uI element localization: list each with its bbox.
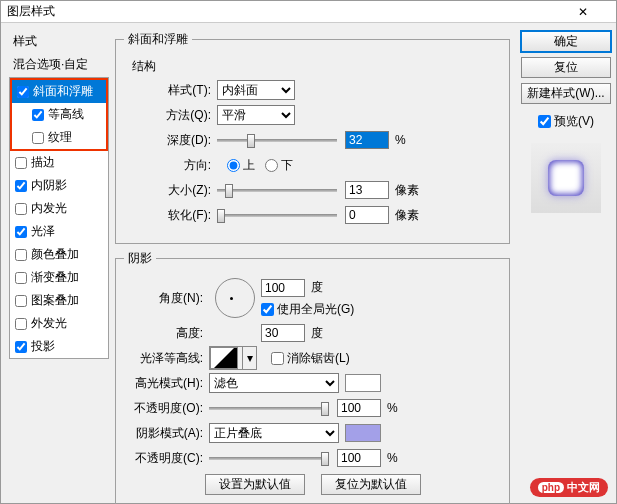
- style-item-color-overlay[interactable]: 颜色叠加: [10, 243, 108, 266]
- slider-highlight-opacity[interactable]: [209, 407, 329, 410]
- input-highlight-opacity[interactable]: [337, 399, 381, 417]
- ok-button[interactable]: 确定: [521, 31, 611, 52]
- style-item-inner-shadow[interactable]: 内阴影: [10, 174, 108, 197]
- content: 样式 混合选项·自定 斜面和浮雕 等高线 纹理: [1, 23, 616, 503]
- radio-down[interactable]: [265, 159, 278, 172]
- highlight-color-swatch[interactable]: [345, 374, 381, 392]
- checkbox-preview[interactable]: [538, 115, 551, 128]
- slider-depth[interactable]: [217, 139, 337, 142]
- slider-thumb[interactable]: [217, 209, 225, 223]
- select-method[interactable]: 平滑: [217, 105, 295, 125]
- checkbox-gradient-overlay[interactable]: [15, 272, 27, 284]
- slider-thumb[interactable]: [321, 452, 329, 466]
- checkbox-drop-shadow[interactable]: [15, 341, 27, 353]
- input-size[interactable]: [345, 181, 389, 199]
- preview-box: [531, 143, 601, 213]
- set-default-button[interactable]: 设置为默认值: [205, 474, 305, 495]
- style-item-drop-shadow[interactable]: 投影: [10, 335, 108, 358]
- close-button[interactable]: ✕: [578, 1, 616, 23]
- label-style: 样式(T):: [132, 82, 217, 99]
- checkbox-satin[interactable]: [15, 226, 27, 238]
- checkbox-global-light[interactable]: [261, 303, 274, 316]
- shading-fieldset: 阴影 角度(N): 度 使用全局光(G): [115, 250, 510, 504]
- select-shadow-mode[interactable]: 正片叠底: [209, 423, 339, 443]
- style-label: 描边: [31, 154, 55, 171]
- structure-group: 结构 样式(T): 内斜面 方法(Q): 平滑 深度(D): %: [132, 58, 501, 225]
- style-label: 光泽: [31, 223, 55, 240]
- new-style-button[interactable]: 新建样式(W)...: [521, 83, 611, 104]
- checkbox-contour[interactable]: [32, 109, 44, 121]
- unit-angle: 度: [311, 279, 323, 296]
- reset-default-button[interactable]: 复位为默认值: [321, 474, 421, 495]
- label-antialias: 消除锯齿(L): [287, 350, 350, 367]
- style-item-outer-glow[interactable]: 外发光: [10, 312, 108, 335]
- input-depth[interactable]: [345, 131, 389, 149]
- row-angle: 角度(N): 度 使用全局光(G): [124, 278, 501, 318]
- unit-size: 像素: [395, 182, 419, 199]
- label-highlight-mode: 高光模式(H):: [124, 375, 209, 392]
- checkbox-color-overlay[interactable]: [15, 249, 27, 261]
- unit-soften: 像素: [395, 207, 419, 224]
- sidebar-subheading: 混合选项·自定: [9, 54, 109, 77]
- watermark-php: php: [538, 482, 564, 493]
- select-highlight-mode[interactable]: 滤色: [209, 373, 339, 393]
- unit-depth: %: [395, 133, 406, 147]
- right-panel: 确定 复位 新建样式(W)... 预览(V): [516, 31, 616, 503]
- style-label: 斜面和浮雕: [33, 83, 93, 100]
- row-method: 方法(Q): 平滑: [132, 105, 501, 125]
- style-label: 外发光: [31, 315, 67, 332]
- row-shadow-opacity: 不透明度(C): %: [124, 448, 501, 468]
- select-style[interactable]: 内斜面: [217, 80, 295, 100]
- label-global-light: 使用全局光(G): [277, 301, 354, 318]
- gloss-contour-picker[interactable]: ▾: [209, 346, 257, 370]
- style-item-pattern-overlay[interactable]: 图案叠加: [10, 289, 108, 312]
- cancel-button[interactable]: 复位: [521, 57, 611, 78]
- input-altitude[interactable]: [261, 324, 305, 342]
- highlighted-group: 斜面和浮雕 等高线 纹理: [10, 78, 108, 151]
- radio-up[interactable]: [227, 159, 240, 172]
- slider-size[interactable]: [217, 189, 337, 192]
- radio-down-label: 下: [281, 157, 293, 174]
- titlebar: 图层样式 ✕: [1, 1, 616, 23]
- slider-thumb[interactable]: [321, 402, 329, 416]
- checkbox-texture[interactable]: [32, 132, 44, 144]
- dialog-window: 图层样式 ✕ 样式 混合选项·自定 斜面和浮雕 等高线: [0, 0, 617, 504]
- checkbox-stroke[interactable]: [15, 157, 27, 169]
- style-item-contour[interactable]: 等高线: [12, 103, 106, 126]
- label-depth: 深度(D):: [132, 132, 217, 149]
- slider-thumb[interactable]: [247, 134, 255, 148]
- checkbox-outer-glow[interactable]: [15, 318, 27, 330]
- style-item-stroke[interactable]: 描边: [10, 151, 108, 174]
- style-item-inner-glow[interactable]: 内发光: [10, 197, 108, 220]
- row-highlight-mode: 高光模式(H): 滤色: [124, 373, 501, 393]
- slider-shadow-opacity[interactable]: [209, 457, 329, 460]
- gloss-swatch-icon: [210, 347, 238, 369]
- label-direction: 方向:: [132, 157, 217, 174]
- checkbox-inner-shadow[interactable]: [15, 180, 27, 192]
- checkbox-bevel[interactable]: [17, 86, 29, 98]
- watermark-text: 中文网: [567, 480, 600, 495]
- checkbox-antialias[interactable]: [271, 352, 284, 365]
- style-item-bevel[interactable]: 斜面和浮雕: [12, 80, 106, 103]
- row-size: 大小(Z): 像素: [132, 180, 501, 200]
- style-item-satin[interactable]: 光泽: [10, 220, 108, 243]
- style-label: 投影: [31, 338, 55, 355]
- input-angle[interactable]: [261, 279, 305, 297]
- shadow-color-swatch[interactable]: [345, 424, 381, 442]
- checkbox-pattern-overlay[interactable]: [15, 295, 27, 307]
- row-style: 样式(T): 内斜面: [132, 80, 501, 100]
- window-title: 图层样式: [7, 3, 610, 20]
- slider-thumb[interactable]: [225, 184, 233, 198]
- row-highlight-opacity: 不透明度(O): %: [124, 398, 501, 418]
- style-item-gradient-overlay[interactable]: 渐变叠加: [10, 266, 108, 289]
- checkbox-inner-glow[interactable]: [15, 203, 27, 215]
- label-altitude: 高度:: [124, 325, 209, 342]
- angle-column: 度 使用全局光(G): [261, 279, 354, 318]
- slider-soften[interactable]: [217, 214, 337, 217]
- angle-picker[interactable]: [215, 278, 255, 318]
- row-altitude: 高度: 度: [124, 323, 501, 343]
- input-soften[interactable]: [345, 206, 389, 224]
- row-soften: 软化(F): 像素: [132, 205, 501, 225]
- input-shadow-opacity[interactable]: [337, 449, 381, 467]
- style-item-texture[interactable]: 纹理: [12, 126, 106, 149]
